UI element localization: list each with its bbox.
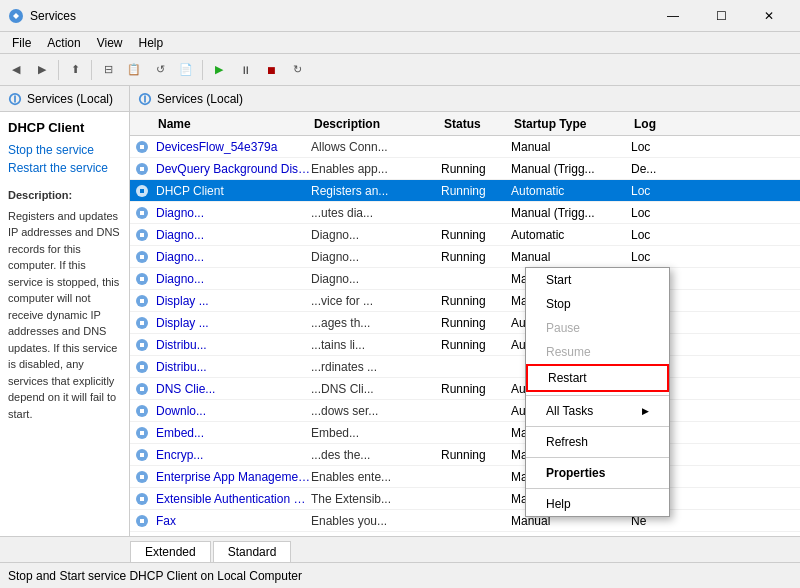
service-log: Loc — [631, 228, 691, 242]
right-panel-title: Services (Local) — [157, 92, 243, 106]
service-name: DNS Clie... — [156, 382, 311, 396]
service-icon — [134, 337, 150, 353]
table-row[interactable]: DHCP Client Registers an... Running Auto… — [130, 180, 800, 202]
table-row[interactable]: Distribu... ...rdinates ... Ne — [130, 356, 800, 378]
menu-action[interactable]: Action — [39, 34, 88, 52]
col-header-name[interactable]: Name — [134, 117, 314, 131]
table-row[interactable]: Enterprise App Managemen... Enables ente… — [130, 466, 800, 488]
restart-service-link[interactable]: Restart the service — [8, 161, 108, 175]
menu-view[interactable]: View — [89, 34, 131, 52]
pause-button[interactable]: ⏸ — [233, 58, 257, 82]
context-menu-item[interactable]: All Tasks — [526, 399, 669, 423]
service-log: Loc — [631, 536, 691, 537]
tab-extended[interactable]: Extended — [130, 541, 211, 562]
context-menu-item[interactable]: Refresh — [526, 430, 669, 454]
export-button[interactable]: 📄 — [174, 58, 198, 82]
table-row[interactable]: Display ... ...vice for ... Running Manu… — [130, 290, 800, 312]
maximize-button[interactable]: ☐ — [698, 0, 744, 32]
table-row[interactable]: Diagno... Diagno... Running Manual Loc — [130, 246, 800, 268]
service-desc: Protects user... — [311, 536, 441, 537]
table-row[interactable]: DNS Clie... ...DNS Cli... Running Automa… — [130, 378, 800, 400]
right-panel-icon — [138, 92, 152, 106]
main-area: DHCP Client Stop the service Restart the… — [0, 112, 800, 536]
stop-button[interactable]: ⏹ — [259, 58, 283, 82]
tab-standard[interactable]: Standard — [213, 541, 292, 562]
service-startup: Automatic — [511, 228, 631, 242]
context-menu-item[interactable]: Stop — [526, 292, 669, 316]
properties-button[interactable]: 📋 — [122, 58, 146, 82]
table-row[interactable]: Diagno... Diagno... Running Automatic Lo… — [130, 224, 800, 246]
service-name: File History Service — [156, 536, 311, 537]
context-menu-separator — [526, 395, 669, 396]
menu-help[interactable]: Help — [131, 34, 172, 52]
table-row[interactable]: Distribu... ...tains li... Running Autom… — [130, 334, 800, 356]
col-header-log[interactable]: Log — [634, 117, 694, 131]
service-name: Display ... — [156, 316, 311, 330]
restart-button[interactable]: ↻ — [285, 58, 309, 82]
service-startup: Manual (Trigg... — [511, 206, 631, 220]
service-icon — [134, 447, 150, 463]
back-button[interactable]: ◀ — [4, 58, 28, 82]
service-status: Running — [441, 162, 511, 176]
refresh-button[interactable]: ↺ — [148, 58, 172, 82]
service-desc: ...rdinates ... — [311, 360, 441, 374]
close-button[interactable]: ✕ — [746, 0, 792, 32]
table-row[interactable]: Diagno... ...utes dia... Manual (Trigg..… — [130, 202, 800, 224]
service-desc: ...utes dia... — [311, 206, 441, 220]
service-icon — [134, 359, 150, 375]
service-desc: Allows Conn... — [311, 140, 441, 154]
service-log: Loc — [631, 250, 691, 264]
service-icon — [134, 425, 150, 441]
service-status: Running — [441, 228, 511, 242]
service-desc: ...dows ser... — [311, 404, 441, 418]
stop-link-container: Stop the service — [8, 143, 121, 157]
table-row[interactable]: Extensible Authentication Pr... The Exte… — [130, 488, 800, 510]
forward-button[interactable]: ▶ — [30, 58, 54, 82]
context-menu-item[interactable]: Restart — [526, 364, 669, 392]
toolbar-sep-1 — [58, 60, 59, 80]
table-row[interactable]: Fax Enables you... Manual Ne — [130, 510, 800, 532]
tabs-bar: Extended Standard — [0, 536, 800, 562]
table-row[interactable]: File History Service Protects user... Ma… — [130, 532, 800, 536]
table-row[interactable]: Downlo... ...dows ser... Automatic (De..… — [130, 400, 800, 422]
status-text: Stop and Start service DHCP Client on Lo… — [8, 569, 302, 583]
minimize-button[interactable]: — — [650, 0, 696, 32]
service-icon — [134, 205, 150, 221]
title-bar: Services — ☐ ✕ — [0, 0, 800, 32]
service-status: Running — [441, 316, 511, 330]
service-desc: ...des the... — [311, 448, 441, 462]
table-row[interactable]: DevQuery Background Disc... Enables app.… — [130, 158, 800, 180]
context-menu-item: Resume — [526, 340, 669, 364]
service-desc: Enables you... — [311, 514, 441, 528]
right-panel-header: Services (Local) — [130, 86, 800, 111]
context-menu-item: Pause — [526, 316, 669, 340]
service-log: De... — [631, 162, 691, 176]
col-header-desc[interactable]: Description — [314, 117, 444, 131]
start-button[interactable]: ▶ — [207, 58, 231, 82]
table-header: Name Description Status Startup Type Log — [130, 112, 800, 136]
col-header-startup[interactable]: Startup Type — [514, 117, 634, 131]
service-desc: Diagno... — [311, 250, 441, 264]
context-menu-item[interactable]: Help — [526, 492, 669, 516]
service-name: DevicesFlow_54e379a — [156, 140, 311, 154]
table-row[interactable]: Diagno... Diagno... Manual ... — [130, 268, 800, 290]
table-row[interactable]: Display ... ...ages th... Running Automa… — [130, 312, 800, 334]
service-startup: Manual — [511, 140, 631, 154]
show-hide-button[interactable]: ⊟ — [96, 58, 120, 82]
table-row[interactable]: Embed... Embed... Manual (Trigg... Loc — [130, 422, 800, 444]
stop-service-link[interactable]: Stop the service — [8, 143, 94, 157]
service-name: Display ... — [156, 294, 311, 308]
service-icon — [134, 381, 150, 397]
col-header-status[interactable]: Status — [444, 117, 514, 131]
menu-file[interactable]: File — [4, 34, 39, 52]
service-name: Distribu... — [156, 338, 311, 352]
description-label: Description: — [8, 187, 121, 204]
table-row[interactable]: Encryp... ...des the... Running Manual (… — [130, 444, 800, 466]
context-menu-item[interactable]: Properties — [526, 461, 669, 485]
service-name: Diagno... — [156, 272, 311, 286]
context-menu-item[interactable]: Start — [526, 268, 669, 292]
table-row[interactable]: DevicesFlow_54e379a Allows Conn... Manua… — [130, 136, 800, 158]
up-button[interactable]: ⬆ — [63, 58, 87, 82]
service-status: Running — [441, 338, 511, 352]
status-bar: Stop and Start service DHCP Client on Lo… — [0, 562, 800, 588]
